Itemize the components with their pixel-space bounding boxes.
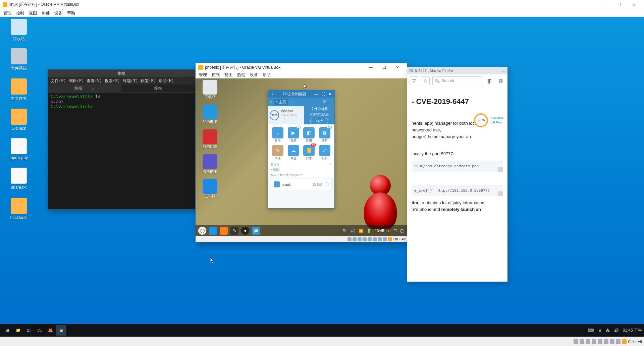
minimize-button[interactable]: — (364, 63, 377, 72)
es-category[interactable]: 📒59日志 (302, 145, 316, 161)
menu-item[interactable]: 控制 (212, 72, 220, 78)
terminal-menu-item[interactable]: 标签(B) (141, 78, 156, 84)
menu-item[interactable]: 管理 (199, 72, 207, 78)
phoenix-desktop-icon[interactable]: 游戏助手 (198, 154, 222, 174)
close-button[interactable]: ✕ (391, 63, 404, 72)
phoenix-desktop-icon[interactable]: 云电脑 (198, 179, 222, 199)
browser-icon[interactable]: 🌐 (209, 227, 217, 235)
es-category[interactable]: ✎清理 (271, 145, 285, 161)
menu-item[interactable]: 帮助 (67, 10, 75, 16)
close-icon[interactable]: ✕ (326, 92, 333, 96)
terminal-menu-item[interactable]: 查看(V) (87, 78, 102, 84)
download-speed-widget[interactable]: 80% ↑ 80.5K/s ↓ 0.9K/s (474, 113, 503, 127)
system-tray[interactable]: ⌨ 🖥 🖧 🔊 01:45 下午 (588, 328, 642, 333)
phoenix-virtualbox-window[interactable]: phoenix [正在运行] - Oracle VM VirtualBox — … (196, 63, 407, 242)
library-icon[interactable]: |||\ (485, 76, 493, 85)
es-category[interactable]: ♪音乐 (271, 127, 285, 143)
firefox-page[interactable]: - CVE-2019-6447 80% ↑ 80.5K/s ↓ 0.9K/s n… (407, 87, 507, 218)
hamburger-icon[interactable]: ≡ (270, 99, 272, 105)
code-block-2[interactable]: e_cmd]"}' http://192.168.0.8:59777 (412, 185, 503, 196)
network-icon[interactable]: 🖧 (606, 328, 610, 333)
desktop-icon[interactable]: hacktools (5, 198, 33, 220)
firefox-titlebar[interactable]: 2019-6447 - Mozilla Firefox — (407, 67, 507, 74)
phoenix-titlebar[interactable]: phoenix [正在运行] - Oracle VM VirtualBox — … (196, 63, 407, 72)
phoenix-start-icon[interactable]: ◯ (198, 227, 206, 235)
scroll-right-icon[interactable] (498, 167, 503, 172)
battery-icon[interactable]: 🔋 (367, 229, 371, 233)
volume-icon[interactable]: 🔊 (614, 328, 619, 333)
menu-item[interactable]: 设备 (54, 10, 62, 16)
es-category[interactable]: ☁网盘 (286, 145, 301, 161)
menu-item[interactable]: 视图 (29, 10, 37, 16)
close-tab-icon[interactable]: ✕ (92, 87, 95, 90)
terminal-titlebar[interactable]: 终端 (48, 70, 195, 77)
host-titlebar[interactable]: linux [正在运行] - Oracle VM VirtualBox — ☐ … (0, 0, 644, 9)
desktop-icon[interactable]: ipproxy.py (5, 138, 33, 160)
search-icon[interactable]: 🔍 (342, 229, 347, 233)
terminal-menu-item[interactable]: 终端(T) (123, 78, 138, 84)
menu-item[interactable]: 控制 (16, 10, 24, 16)
explorer2-icon[interactable]: 🗂 (23, 325, 34, 336)
terminal-menu-item[interactable]: 搜索(S) (105, 78, 120, 84)
menu-item[interactable]: 热键 (237, 72, 245, 78)
menu-item[interactable]: 设备 (250, 72, 258, 78)
nav-home-icon[interactable]: ☐ (393, 229, 397, 233)
terminal-menubar[interactable]: 文件(F)编辑(E)查看(V)搜索(S)终端(T)标签(B)帮助(H) (48, 77, 195, 84)
maximize-icon[interactable]: ⛶ (320, 92, 326, 96)
minimize-button[interactable]: — (597, 0, 612, 9)
firefox-icon[interactable]: 🦊 (45, 325, 56, 336)
phoenix-desktop-icon[interactable]: 回收站 (198, 80, 222, 100)
es-toolbar[interactable]: ≡ ⌂ 主页 ⋯ 🔍 ⋮ (268, 98, 334, 106)
phoenix-desktop-icon[interactable]: 我的电脑 (198, 105, 222, 124)
eye-icon[interactable]: 👁 (329, 163, 332, 167)
es-category-grid[interactable]: ♪音乐▶1视频◧应用▦28图片✎清理☁网盘📒59日志⤢投屏 (268, 124, 334, 161)
note-icon[interactable]: ✎ (230, 227, 238, 235)
terminal-window[interactable]: 终端 文件(F)编辑(E)查看(V)搜索(S)终端(T)标签(B)帮助(H) 终… (48, 69, 195, 210)
terminal-body[interactable]: C:\var\www\html> lsa.apkC:\var\www\html> (48, 93, 195, 110)
cmd-icon[interactable]: C:\ (34, 325, 45, 336)
star-icon[interactable]: ☆ (421, 76, 430, 85)
es-category[interactable]: ▦28图片 (318, 127, 332, 143)
home-chip[interactable]: ⌂ 主页 (274, 99, 288, 105)
volume-icon[interactable]: 🔊 (351, 229, 355, 233)
close-button[interactable]: ✕ (627, 0, 641, 9)
start-button[interactable]: ⊞ (2, 325, 13, 336)
desktop-icon[interactable]: share.txt (5, 168, 33, 190)
search-icon[interactable]: 🔍 (323, 100, 327, 104)
explorer-icon[interactable]: 📁 (13, 325, 23, 336)
menu-item[interactable]: 帮助 (263, 72, 271, 78)
desktop-icon[interactable]: 文件系统 (5, 48, 33, 71)
es-file-row[interactable]: a.apk 15 MB (271, 179, 332, 190)
search-box[interactable]: 🔍 Search (432, 76, 482, 85)
sidebar-icon[interactable]: ▥ (496, 76, 505, 85)
analyze-button[interactable]: 分析 (310, 118, 328, 124)
code-block-1[interactable]: 5696/com.estrongs.android.pop (412, 161, 503, 172)
clock[interactable]: 01:45 下午 (623, 328, 642, 333)
desktop-icon[interactable]: 主文件夹 (5, 78, 33, 102)
menu-item[interactable]: 视图 (224, 72, 232, 78)
pocket-icon[interactable]: ▽ (410, 76, 418, 85)
es-storage-card[interactable]: 38% 内部存储 755.70 MB / 1.9... 文件分析器 发现可清理文… (268, 106, 334, 124)
phoenix-menubar[interactable]: 管理控制视图热键设备帮助 (196, 72, 407, 78)
phoenix-desktop-icon[interactable]: 熊猫NES (198, 129, 222, 149)
keyboard-icon[interactable]: ⌨ (588, 328, 594, 333)
nav-back-icon[interactable]: ◁ (387, 229, 390, 233)
kebab-icon[interactable]: ⋮ (329, 100, 333, 104)
devices-icon[interactable]: 🖥 (598, 328, 602, 333)
es-category[interactable]: ▶1视频 (286, 127, 301, 143)
minimize-icon[interactable]: — (313, 92, 320, 96)
terminal-tab-1[interactable]: 终端✕ (48, 84, 121, 92)
es-category[interactable]: ⤢投屏 (318, 145, 332, 161)
desktop-icon[interactable]: 回收站 (5, 19, 33, 42)
install-icon[interactable] (325, 182, 329, 186)
windows-taskbar[interactable]: ⊞ 📁 🗂 C:\ 🦊 ▣ ⌨ 🖥 🖧 🔊 01:45 下午 (0, 324, 644, 337)
menu-item[interactable]: 热键 (42, 10, 50, 16)
firefox-window[interactable]: 2019-6447 - Mozilla Firefox — ▽ ☆ 🔍 Sear… (407, 67, 507, 282)
back-icon[interactable]: ‹ (269, 92, 276, 96)
minimize-button[interactable]: — (502, 69, 505, 73)
menu-item[interactable]: 管理 (3, 10, 11, 16)
terminal-menu-item[interactable]: 帮助(H) (159, 78, 174, 84)
maximize-button[interactable]: ☐ (377, 63, 391, 72)
wifi-icon[interactable]: 📶 (359, 229, 363, 233)
esfx-taskbar-icon[interactable]: 📁 (252, 227, 260, 235)
